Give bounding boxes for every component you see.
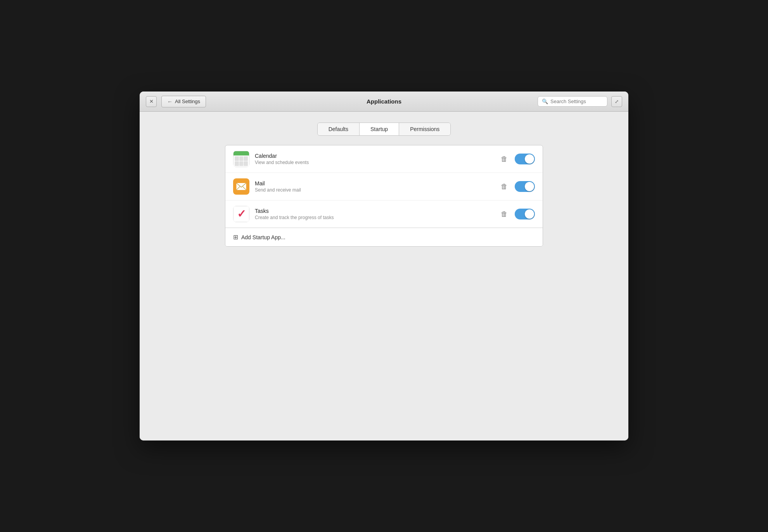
calendar-info: Calendar View and schedule events [255, 153, 494, 165]
trash-icon: 🗑 [501, 183, 508, 191]
titlebar-left: ✕ ← All Settings [146, 96, 206, 107]
search-input[interactable] [550, 98, 603, 104]
close-icon: ✕ [149, 98, 154, 104]
tasks-app-icon: ✓ [233, 206, 249, 222]
mail-app-icon [233, 178, 249, 195]
tab-permissions[interactable]: Permissions [399, 123, 450, 135]
back-arrow-icon: ← [167, 98, 173, 105]
search-icon: 🔍 [542, 98, 548, 104]
titlebar: ✕ ← All Settings Applications 🔍 ⤢ [140, 92, 628, 112]
mail-actions: 🗑 [499, 181, 535, 192]
calendar-toggle[interactable] [515, 154, 535, 164]
window-title: Applications [367, 98, 401, 105]
add-app-label: Add Startup App... [241, 234, 285, 240]
calendar-icon [233, 151, 249, 167]
trash-icon: 🗑 [501, 210, 508, 218]
app-list: Calendar View and schedule events 🗑 [225, 145, 543, 228]
trash-icon: 🗑 [501, 155, 508, 163]
tasks-delete-button[interactable]: 🗑 [499, 209, 509, 220]
calendar-name: Calendar [255, 153, 494, 159]
list-item: ✓ Tasks Create and track the progress of… [225, 200, 543, 228]
back-button-label: All Settings [175, 98, 200, 104]
expand-button[interactable]: ⤢ [611, 96, 622, 107]
main-content: Defaults Startup Permissions [140, 112, 628, 440]
list-item: Mail Send and receive mail 🗑 [225, 173, 543, 200]
app-window: ✕ ← All Settings Applications 🔍 ⤢ Defaul… [140, 92, 628, 440]
tab-bar: Defaults Startup Permissions [317, 123, 451, 136]
search-box[interactable]: 🔍 [538, 96, 607, 107]
calendar-actions: 🗑 [499, 154, 535, 165]
back-button[interactable]: ← All Settings [161, 96, 206, 107]
mail-toggle[interactable] [515, 181, 535, 192]
tab-startup[interactable]: Startup [360, 123, 399, 135]
checkmark-icon: ✓ [237, 209, 246, 219]
list-item: Calendar View and schedule events 🗑 [225, 145, 543, 173]
calendar-desc: View and schedule events [255, 160, 494, 165]
toggle-knob [525, 209, 534, 219]
titlebar-right: 🔍 ⤢ [538, 96, 622, 107]
mail-info: Mail Send and receive mail [255, 180, 494, 193]
mail-delete-button[interactable]: 🗑 [499, 181, 509, 192]
tasks-toggle[interactable] [515, 209, 535, 219]
mail-name: Mail [255, 180, 494, 187]
calendar-app-icon [233, 151, 249, 167]
tasks-actions: 🗑 [499, 209, 535, 220]
close-button[interactable]: ✕ [146, 96, 157, 107]
mail-icon [233, 178, 249, 195]
toggle-knob [525, 154, 534, 164]
mail-envelope-svg [236, 183, 246, 190]
calendar-delete-button[interactable]: 🗑 [499, 154, 509, 165]
add-app-icon: ⊞ [233, 233, 238, 241]
app-list-container: Calendar View and schedule events 🗑 [225, 145, 543, 247]
tab-defaults[interactable]: Defaults [318, 123, 360, 135]
add-app-footer[interactable]: ⊞ Add Startup App... [225, 228, 543, 246]
mail-desc: Send and receive mail [255, 187, 494, 193]
tasks-name: Tasks [255, 208, 494, 214]
tasks-info: Tasks Create and track the progress of t… [255, 208, 494, 220]
tasks-desc: Create and track the progress of tasks [255, 215, 494, 220]
toggle-knob [525, 182, 534, 191]
expand-icon: ⤢ [615, 99, 619, 104]
tasks-icon: ✓ [233, 206, 249, 222]
